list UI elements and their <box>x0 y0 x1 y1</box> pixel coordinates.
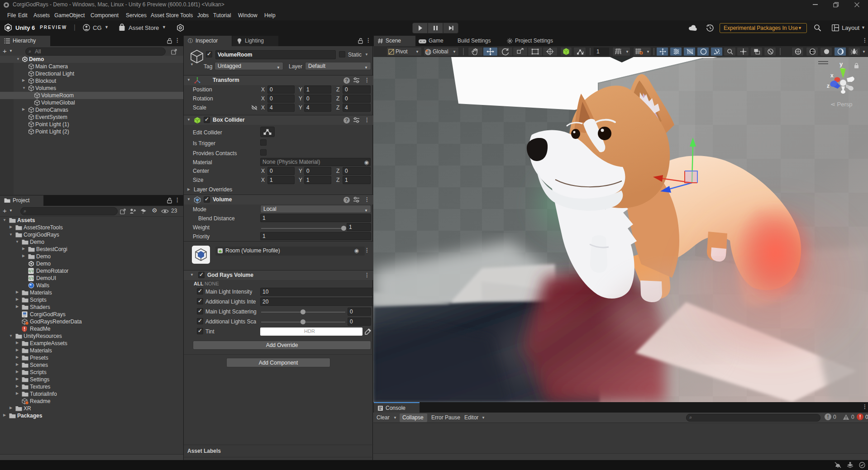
svg-text:⋖ Persp: ⋖ Persp <box>830 101 852 108</box>
svg-text:y: y <box>839 61 843 67</box>
svg-text:z: z <box>827 83 830 89</box>
svg-text:x: x <box>830 72 834 79</box>
